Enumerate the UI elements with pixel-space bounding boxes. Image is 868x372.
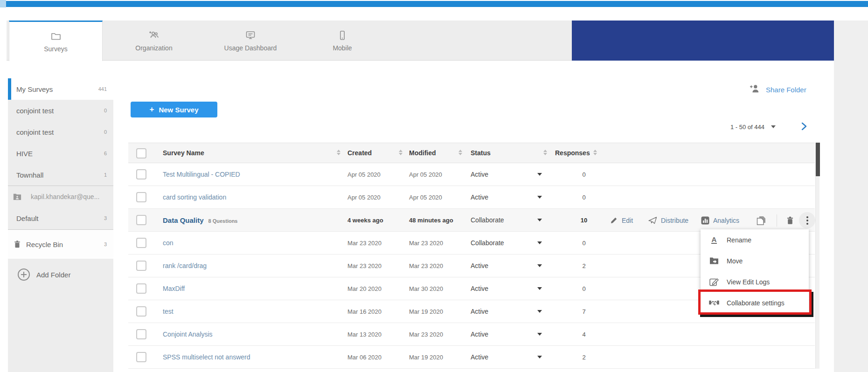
status-dropdown-icon[interactable] <box>537 241 542 244</box>
created-cell: Apr 05 2020 <box>347 194 381 201</box>
sort-icon[interactable] <box>593 150 597 155</box>
row-checkbox[interactable] <box>136 352 146 362</box>
survey-name-link[interactable]: test <box>163 308 174 315</box>
row-checkbox[interactable] <box>136 261 146 271</box>
top-accent-bar <box>6 1 868 7</box>
table-scrollbar <box>815 143 819 369</box>
pagination-dropdown[interactable]: 1 - 50 of 444 <box>730 122 776 131</box>
survey-name-link[interactable]: Test Multilingual - COPIED <box>163 171 240 178</box>
status-dropdown-icon[interactable] <box>537 264 542 267</box>
share-folder-link[interactable]: Share Folder <box>749 84 806 95</box>
modified-cell: Mar 30 2020 <box>409 285 443 292</box>
row-checkbox[interactable] <box>136 306 146 317</box>
modified-cell: Mar 23 2020 <box>409 331 443 338</box>
row-checkbox[interactable] <box>136 215 146 225</box>
status-dropdown-icon[interactable] <box>537 310 542 313</box>
column-status[interactable]: Status <box>471 149 491 157</box>
modified-cell: Mar 19 2020 <box>409 308 443 315</box>
table-row: Conjoint Analysis Mar 13 2020 Mar 23 202… <box>128 323 815 346</box>
created-cell: Mar 16 2020 <box>347 308 382 315</box>
sidebar-item-shared-account[interactable]: kapil.khandekar@que... <box>8 186 113 207</box>
move-folder-icon <box>709 256 719 266</box>
created-cell: 4 weeks ago <box>347 217 383 224</box>
created-cell: Mar 13 2020 <box>347 331 382 338</box>
add-folder-button[interactable]: Add Folder <box>8 259 113 290</box>
survey-name-link[interactable]: card sorting validation <box>163 193 226 201</box>
status-dropdown-icon[interactable] <box>537 287 542 290</box>
status-dropdown-icon[interactable] <box>537 356 542 358</box>
survey-name-link[interactable]: MaxDiff <box>163 285 185 292</box>
sort-icon[interactable] <box>543 150 547 155</box>
folder-count: 3 <box>104 215 107 221</box>
new-survey-button[interactable]: + New Survey <box>131 102 217 117</box>
status-dropdown-icon[interactable] <box>537 219 542 221</box>
menu-item-rename[interactable]: A Rename <box>701 229 809 250</box>
delete-button[interactable] <box>786 209 794 232</box>
row-context-menu: A Rename Move View Edit Logs Collaborate… <box>701 229 809 313</box>
row-checkbox[interactable] <box>136 192 146 202</box>
row-checkbox[interactable] <box>136 329 146 339</box>
sort-icon[interactable] <box>399 150 403 155</box>
sidebar-item-hive[interactable]: HIVE 6 <box>8 143 113 164</box>
row-checkbox[interactable] <box>136 238 146 248</box>
people-add-icon <box>148 30 160 41</box>
more-options-button[interactable] <box>799 212 815 228</box>
folder-count: 0 <box>104 108 107 113</box>
survey-name-link[interactable]: Data Quality8 Questions <box>163 216 238 224</box>
dashboard-icon <box>245 30 256 41</box>
menu-item-collaborate-settings[interactable]: Collaborate settings <box>701 292 809 313</box>
survey-name-link[interactable]: SPSS multiselect not answerd <box>163 353 250 361</box>
survey-name-link[interactable]: rank /card/drag <box>163 262 207 269</box>
sidebar-item-recycle-bin[interactable]: Recycle Bin 3 <box>8 230 113 259</box>
menu-item-view-edit-logs[interactable]: View Edit Logs <box>701 271 809 292</box>
folder-count: 0 <box>104 129 107 135</box>
survey-name-link[interactable]: Conjoint Analysis <box>163 331 213 338</box>
table-row: card sorting validation Apr 05 2020 Apr … <box>128 186 815 209</box>
analytics-button[interactable]: Analytics <box>701 209 739 232</box>
status-dropdown-icon[interactable] <box>537 173 542 176</box>
modified-cell: Apr 05 2020 <box>409 194 442 201</box>
tab-surveys[interactable]: Surveys <box>9 21 103 61</box>
tab-organization[interactable]: Organization <box>117 21 191 61</box>
row-checkbox[interactable] <box>136 283 146 294</box>
select-all-checkbox[interactable] <box>136 148 146 158</box>
status-dropdown-icon[interactable] <box>537 196 542 199</box>
responses-cell: 2 <box>575 262 593 269</box>
copy-icon[interactable] <box>757 209 766 232</box>
trash-icon <box>13 240 21 248</box>
sidebar-item-default[interactable]: Default 3 <box>8 207 113 229</box>
share-person-icon <box>749 84 760 95</box>
survey-name-link[interactable]: con <box>163 239 174 247</box>
column-modified[interactable]: Modified <box>409 149 436 157</box>
tab-usage-dashboard[interactable]: Usage Dashboard <box>211 21 290 61</box>
sidebar-item-conjoint-test-2[interactable]: conjoint test 0 <box>8 121 113 143</box>
status-cell: Active <box>471 171 488 178</box>
menu-item-move[interactable]: Move <box>701 250 809 271</box>
next-page-button[interactable] <box>801 122 811 131</box>
status-cell: Active <box>471 353 488 361</box>
tab-mobile[interactable]: Mobile <box>305 21 380 61</box>
row-checkbox[interactable] <box>136 169 146 179</box>
sidebar-item-townhall[interactable]: Townhall 1 <box>8 164 113 186</box>
blog-banner[interactable]: Read our blog Explore research method Le… <box>572 21 834 61</box>
tab-label: Organization <box>135 44 172 52</box>
shared-folder-icon <box>13 193 21 201</box>
scroll-corner <box>0 0 6 7</box>
edit-button[interactable]: Edit <box>610 209 633 232</box>
created-cell: Mar 23 2020 <box>347 240 382 247</box>
table-header: Survey Name Created Modified Status Resp… <box>128 143 815 163</box>
page-background-gutter <box>834 21 868 372</box>
created-cell: Mar 20 2020 <box>347 285 382 292</box>
distribute-button[interactable]: Distribute <box>648 209 688 232</box>
sidebar-item-my-surveys[interactable]: My Surveys 441 <box>8 78 113 100</box>
tab-label: Mobile <box>333 44 352 52</box>
sort-icon[interactable] <box>337 150 340 155</box>
column-responses[interactable]: Responses <box>555 149 590 157</box>
sort-icon[interactable] <box>458 150 462 155</box>
plus-icon: + <box>150 105 154 114</box>
column-survey-name[interactable]: Survey Name <box>163 149 204 157</box>
sidebar-item-conjoint-test-1[interactable]: conjoint test 0 <box>8 100 113 121</box>
scrollbar-thumb[interactable] <box>816 143 820 176</box>
status-dropdown-icon[interactable] <box>537 333 542 336</box>
column-created[interactable]: Created <box>347 149 372 157</box>
